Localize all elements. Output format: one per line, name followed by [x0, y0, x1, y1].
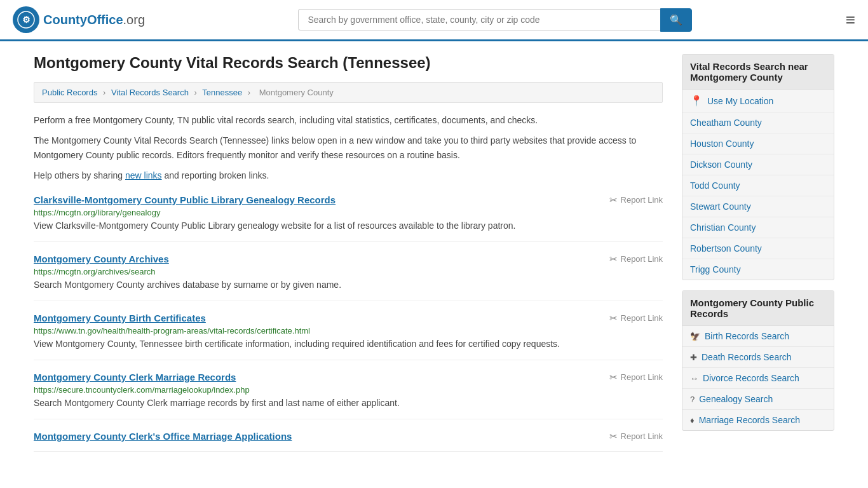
- result-title[interactable]: Montgomery County Clerk Marriage Records: [34, 372, 236, 383]
- result-item: Montgomery County Clerk Marriage Records…: [34, 372, 663, 419]
- result-desc: View Montgomery County, Tennessee birth …: [34, 337, 663, 351]
- location-pin-icon: 📍: [690, 95, 703, 107]
- nearby-header: Vital Records Search near Montgomery Cou…: [682, 55, 834, 90]
- sidebar-item-dickson[interactable]: Dickson County: [682, 154, 834, 175]
- result-item: Montgomery County Archives ✂ Report Link…: [34, 254, 663, 301]
- death-records-link[interactable]: Death Records Search: [702, 352, 792, 362]
- report-icon: ✂: [609, 372, 618, 383]
- logo[interactable]: ⚙ CountyOffice.org: [13, 6, 145, 33]
- cheatham-county-link[interactable]: Cheatham County: [690, 118, 762, 128]
- divorce-records-link[interactable]: Divorce Records Search: [703, 373, 799, 383]
- divorce-icon: ↔: [690, 374, 698, 383]
- breadcrumb-link-vital-records[interactable]: Vital Records Search: [111, 88, 189, 97]
- marriage-records-link[interactable]: Marriage Records Search: [699, 415, 801, 425]
- result-desc: View Clarksville-Montgomery County Publi…: [34, 219, 663, 233]
- result-desc: Search Montgomery County Clerk marriage …: [34, 396, 663, 410]
- svg-text:⚙: ⚙: [22, 15, 31, 25]
- todd-county-link[interactable]: Todd County: [690, 180, 740, 191]
- sidebar-item-genealogy[interactable]: ? Genealogy Search: [682, 389, 834, 410]
- search-bar: 🔍: [298, 8, 692, 32]
- report-icon: ✂: [609, 431, 618, 442]
- logo-text: CountyOffice.org: [43, 13, 145, 27]
- sidebar-item-stewart[interactable]: Stewart County: [682, 196, 834, 217]
- genealogy-icon: ?: [690, 395, 695, 404]
- use-location-link[interactable]: Use My Location: [707, 96, 773, 106]
- menu-icon[interactable]: ≡: [846, 10, 855, 30]
- result-item: Montgomery County Birth Certificates ✂ R…: [34, 313, 663, 360]
- result-title[interactable]: Montgomery County Archives: [34, 254, 169, 264]
- result-item: Clarksville-Montgomery County Public Lib…: [34, 194, 663, 242]
- report-icon: ✂: [609, 313, 618, 324]
- breadcrumb-link-public-records[interactable]: Public Records: [42, 88, 97, 97]
- genealogy-search-link[interactable]: Genealogy Search: [699, 394, 773, 404]
- result-item: Montgomery County Clerk's Office Marriag…: [34, 431, 663, 452]
- report-link[interactable]: ✂ Report Link: [609, 431, 663, 442]
- result-title[interactable]: Montgomery County Birth Certificates: [34, 313, 206, 323]
- report-icon: ✂: [609, 254, 618, 265]
- report-icon: ✂: [609, 194, 618, 206]
- desc-para1: Perform a free Montgomery County, TN pub…: [34, 113, 663, 127]
- results-list: Clarksville-Montgomery County Public Lib…: [34, 194, 663, 452]
- houston-county-link[interactable]: Houston County: [690, 139, 754, 149]
- stewart-county-link[interactable]: Stewart County: [690, 201, 751, 212]
- report-link[interactable]: ✂ Report Link: [609, 254, 663, 265]
- new-links-link[interactable]: new links: [125, 170, 162, 180]
- breadcrumb-link-tennessee[interactable]: Tennessee: [202, 88, 242, 97]
- right-sidebar: Vital Records Search near Montgomery Cou…: [682, 54, 834, 452]
- result-desc: Search Montgomery County archives databa…: [34, 278, 663, 292]
- robertson-county-link[interactable]: Robertson County: [690, 243, 762, 254]
- result-url[interactable]: https://secure.tncountyclerk.com/marriag…: [34, 385, 663, 395]
- sidebar-item-christian[interactable]: Christian County: [682, 217, 834, 238]
- report-link[interactable]: ✂ Report Link: [609, 194, 663, 206]
- nearby-section: Vital Records Search near Montgomery Cou…: [682, 54, 834, 280]
- report-link[interactable]: ✂ Report Link: [609, 313, 663, 324]
- sidebar-item-death[interactable]: ✚ Death Records Search: [682, 347, 834, 368]
- dickson-county-link[interactable]: Dickson County: [690, 159, 752, 170]
- result-url[interactable]: https://www.tn.gov/health/health-program…: [34, 326, 663, 336]
- sidebar-item-cheatham[interactable]: Cheatham County: [682, 112, 834, 133]
- trigg-county-link[interactable]: Trigg County: [690, 264, 741, 274]
- sidebar-item-todd[interactable]: Todd County: [682, 175, 834, 196]
- breadcrumb-current: Montgomery County: [259, 88, 334, 97]
- public-records-section: Montgomery County Public Records 🦅 Birth…: [682, 290, 834, 431]
- desc-para2: The Montgomery County Vital Records Sear…: [34, 133, 663, 162]
- report-link[interactable]: ✂ Report Link: [609, 372, 663, 383]
- search-input[interactable]: [298, 9, 660, 30]
- sidebar-item-divorce[interactable]: ↔ Divorce Records Search: [682, 368, 834, 389]
- public-records-header: Montgomery County Public Records: [682, 291, 834, 326]
- breadcrumb: Public Records › Vital Records Search › …: [34, 82, 663, 103]
- use-location-item[interactable]: 📍 Use My Location: [682, 90, 834, 112]
- sidebar-item-houston[interactable]: Houston County: [682, 133, 834, 154]
- site-header: ⚙ CountyOffice.org 🔍 ≡: [0, 0, 868, 41]
- sidebar-item-marriage[interactable]: ♦ Marriage Records Search: [682, 410, 834, 430]
- birth-records-link[interactable]: Birth Records Search: [705, 331, 789, 341]
- result-title[interactable]: Montgomery County Clerk's Office Marriag…: [34, 431, 292, 442]
- left-content: Montgomery County Vital Records Search (…: [34, 54, 663, 452]
- death-icon: ✚: [690, 353, 697, 362]
- marriage-icon: ♦: [690, 416, 695, 425]
- result-title[interactable]: Clarksville-Montgomery County Public Lib…: [34, 194, 336, 205]
- birth-icon: 🦅: [690, 332, 700, 341]
- sidebar-item-robertson[interactable]: Robertson County: [682, 238, 834, 259]
- result-url[interactable]: https://mcgtn.org/archives/search: [34, 267, 663, 276]
- main-content: Montgomery County Vital Records Search (…: [21, 41, 847, 464]
- page-title: Montgomery County Vital Records Search (…: [34, 54, 663, 72]
- sidebar-item-trigg[interactable]: Trigg County: [682, 259, 834, 280]
- sidebar-item-birth[interactable]: 🦅 Birth Records Search: [682, 326, 834, 347]
- result-url[interactable]: https://mcgtn.org/library/genealogy: [34, 208, 663, 217]
- logo-icon: ⚙: [13, 6, 39, 33]
- description: Perform a free Montgomery County, TN pub…: [34, 113, 663, 183]
- desc-para3: Help others by sharing new links and rep…: [34, 168, 663, 182]
- search-button[interactable]: 🔍: [660, 8, 692, 32]
- christian-county-link[interactable]: Christian County: [690, 222, 756, 233]
